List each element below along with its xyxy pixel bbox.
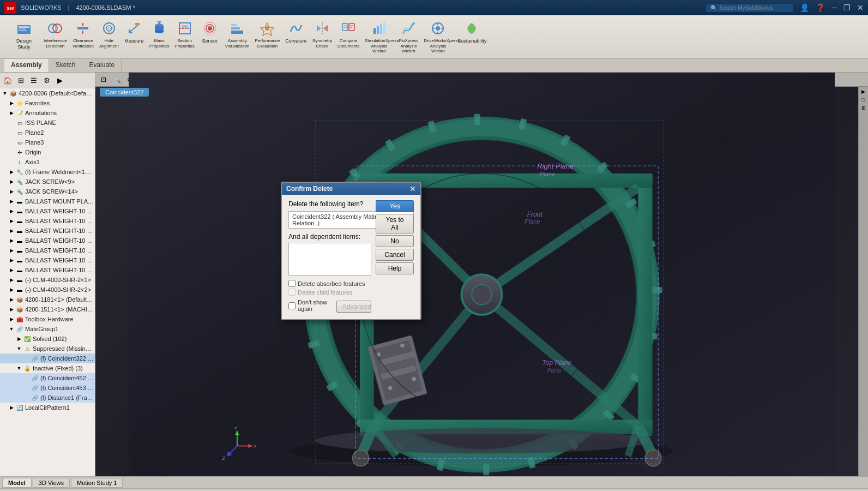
tree-plane2[interactable]: ▭ Plane2 (0, 128, 95, 137)
section-properties-btn[interactable]: SectionProperties (172, 19, 196, 55)
main-area: 🏠 ⊞ ☰ ⚙ ▶ ▼ 📦 4200-0006 (Default<Default… (0, 73, 868, 476)
design-study-btn[interactable]: Design Study (8, 19, 40, 55)
yes-to-all-button[interactable]: Yes to All (376, 214, 414, 233)
delete-child-label: Delete child features (298, 289, 352, 296)
sidebar-tool-grid[interactable]: ⊞ (15, 74, 27, 86)
simxpress-btn[interactable]: SimulationXpressAnalysis Wizard (363, 19, 395, 55)
dialog-close-button[interactable]: ✕ (409, 185, 416, 193)
assembly-viz-btn[interactable]: AssemblyVisualization (223, 19, 252, 55)
minimize-button[interactable]: ─ (831, 3, 837, 12)
performance-btn[interactable]: PerformanceEvaluation (253, 19, 282, 55)
sidebar-tool-nav[interactable]: ▶ (54, 74, 66, 86)
svg-rect-26 (182, 25, 188, 28)
tree-root[interactable]: ▼ 📦 4200-0006 (Default<Default>) (0, 88, 95, 98)
search-icon: 🔍 (710, 5, 717, 11)
tree-clm-2[interactable]: ▶ ▬ (-) CLM-4000-SHR-2<2> (0, 285, 95, 295)
tree-coincident452[interactable]: 🔗 (f) Coincident452 (Frame... (0, 373, 95, 383)
tree-coincident322[interactable]: 🔗 (f) Coincident322 (Plane... (0, 354, 95, 363)
yes-button[interactable]: Yes (376, 200, 414, 212)
tree-solved[interactable]: ▶ ✅ Solved (102) (0, 334, 95, 344)
tab-sketch[interactable]: Sketch (49, 59, 83, 72)
tree-origin[interactable]: ✛ Origin (0, 147, 95, 157)
section-properties-icon (176, 20, 194, 37)
svg-rect-31 (231, 27, 240, 29)
tree-annotations[interactable]: ▶ 📝 Annotations (0, 108, 95, 118)
compare-docs-btn[interactable]: CompareDocuments (335, 19, 361, 55)
bottom-tab-3dviews[interactable]: 3D Views (33, 478, 70, 488)
tree-localcirpattern[interactable]: ▶ 🔄 LocalCirPattern1 (0, 403, 95, 412)
floxpress-btn[interactable]: FloXpressAnalysisWizard (396, 19, 420, 55)
driveworks-icon (429, 20, 447, 37)
close-button[interactable]: ✕ (857, 3, 864, 12)
tree-axis1[interactable]: ↕ Axis1 (0, 157, 95, 167)
interference-icon (46, 20, 64, 37)
measure-icon (125, 20, 143, 37)
3d-viewport[interactable]: ⊡ 🔍 ↺ ✋ 🗺 ⊟ 💎 👁 🎨 🌄 📷 Coincident322 (95, 73, 868, 476)
tree-ballast-83[interactable]: ▶ ▬ BALLAST WEIGHT-10 LBS<83> (0, 216, 95, 226)
clearance-btn[interactable]: ClearanceVerification (70, 19, 96, 55)
tree-toolbox[interactable]: ▶ 🧰 Toolbox Hardware (0, 314, 95, 324)
help-icon[interactable]: ❓ (816, 3, 825, 12)
tree-jack-screw-9[interactable]: ▶ 🔩 JACK SCREW<9> (0, 177, 95, 187)
sustainability-btn[interactable]: Sustainability (455, 19, 488, 55)
tree-inactive-fixed[interactable]: ▼ 🔒 Inactive (Fixed) (3) (0, 363, 95, 373)
tree-ballast-87[interactable]: ▶ ▬ BALLAST WEIGHT-10 LBS<87> (0, 226, 95, 236)
sidebar-toolbar: 🏠 ⊞ ☰ ⚙ ▶ (0, 73, 95, 88)
dont-show-checkbox[interactable] (288, 302, 296, 309)
symmetry-icon (314, 20, 331, 37)
tree-ballast-106[interactable]: ▶ ▬ BALLAST WEIGHT-10 LBS<106> (0, 255, 95, 265)
driveworks-btn[interactable]: DriveWorksXpressAnalysisWizard (421, 19, 454, 55)
svg-rect-43 (377, 26, 379, 34)
restore-button[interactable]: ❐ (843, 3, 851, 12)
tree-jack-screw-14[interactable]: ▶ 🔩 JACK SCREW<14> (0, 187, 95, 196)
search-box[interactable]: 🔍 Search MySolidWorks (706, 4, 793, 12)
tree-4200-1511[interactable]: ▶ 📦 4200-1511<1> (MACHINE AT ASS (0, 304, 95, 314)
tree-mategroup[interactable]: ▼ 🔗 MateGroup1 (0, 324, 95, 334)
confirm-delete-dialog: Confirm Delete ✕ Delete the following it… (281, 182, 421, 320)
mass-properties-btn[interactable]: MassProperties (147, 19, 171, 55)
tree-clm-1[interactable]: ▶ ▬ (-) CLM-4000-SHR-2<1> (0, 275, 95, 285)
tree-ballast-98[interactable]: ▶ ▬ BALLAST WEIGHT-10 LBS<98> (0, 236, 95, 246)
tree-distance1[interactable]: 🔗 (f) Distance1 (Frame Wel... (0, 393, 95, 403)
svg-rect-45 (383, 22, 385, 34)
delete-absorbed-checkbox[interactable] (288, 280, 296, 287)
sidebar-tool-config[interactable]: ⚙ (41, 74, 53, 86)
tree-plane3[interactable]: ▭ Plane3 (0, 137, 95, 147)
curvature-btn[interactable]: Curvature (283, 19, 309, 55)
sidebar-tool-home[interactable]: 🏠 (2, 74, 14, 86)
dont-show-label: Don't show again (298, 299, 332, 312)
tab-assembly[interactable]: Assembly (4, 59, 49, 72)
bottom-tabs: Model 3D Views Motion Study 1 (0, 476, 868, 488)
interference-btn[interactable]: InterferenceDetection (41, 19, 69, 55)
tree-coincident453[interactable]: 🔗 (f) Coincident453 (Frame... (0, 383, 95, 393)
svg-rect-32 (231, 24, 237, 26)
tree-suppressed-missing[interactable]: ▼ ⚠ Suppressed (Missing) (1) (0, 344, 95, 354)
hole-alignment-label: HoleAlignment (99, 38, 119, 49)
measure-btn[interactable]: Measure (122, 19, 146, 55)
tree-favorites[interactable]: ▶ ⭐ Favorites (0, 98, 95, 108)
dialog-list-box (288, 243, 371, 276)
bottom-tab-model[interactable]: Model (2, 478, 32, 488)
tree-ballast-110[interactable]: ▶ ▬ BALLAST WEIGHT-10 LBS<110> (0, 265, 95, 275)
tree-frame-weldment[interactable]: ▶ 🔧 (f) Frame Weldment<1> ->7 (0, 167, 95, 177)
no-button[interactable]: No (376, 235, 414, 247)
user-icon[interactable]: 👤 (800, 3, 809, 12)
tree-ballast-102[interactable]: ▶ ▬ BALLAST WEIGHT-10 LBS<102> (0, 246, 95, 255)
tree-iss-plane[interactable]: ▭ ISS PLANE (0, 118, 95, 128)
floxpress-icon (400, 20, 417, 37)
tab-evaluate[interactable]: Evaluate (82, 59, 122, 72)
symmetry-btn[interactable]: SymmetryCheck (310, 19, 334, 55)
bottom-tab-motion[interactable]: Motion Study 1 (71, 478, 123, 488)
svg-point-34 (265, 26, 269, 31)
sensor-btn[interactable]: Sensor (198, 19, 222, 55)
hole-alignment-btn[interactable]: HoleAlignment (97, 19, 121, 55)
compare-docs-label: CompareDocuments (337, 38, 359, 49)
tree-4200-1181[interactable]: ▶ 📦 4200-1181<1> (Default<Default: (0, 295, 95, 304)
help-button[interactable]: Help (376, 262, 414, 274)
cancel-button[interactable]: Cancel (376, 249, 414, 261)
tree-ballast-25[interactable]: ▶ ▬ BALLAST WEIGHT-10 LBS<25> (0, 206, 95, 216)
tree-ballast-mount[interactable]: ▶ ▬ BALLAST MOUNT PLATE<1> (0, 196, 95, 206)
sidebar-tool-list[interactable]: ☰ (28, 74, 40, 86)
symmetry-label: SymmetryCheck (312, 38, 332, 49)
dialog-title-bar: Confirm Delete ✕ (282, 183, 420, 195)
